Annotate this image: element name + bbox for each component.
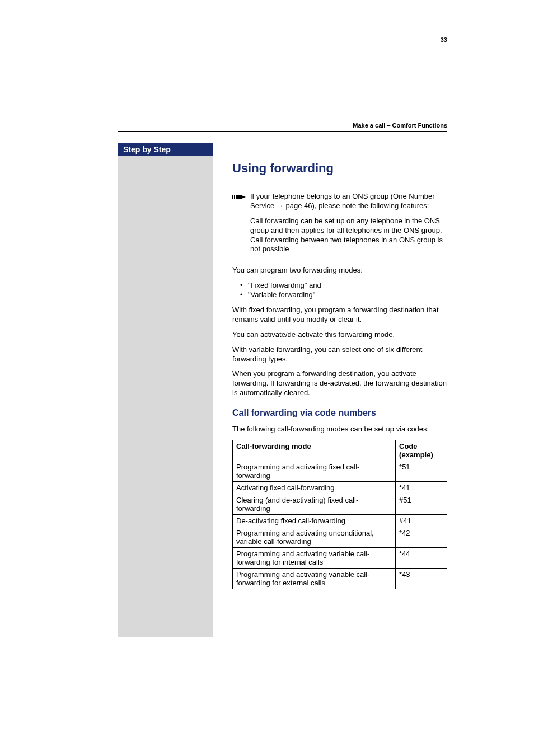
note-paragraph-2: Call forwarding can be set up on any tel…: [250, 217, 447, 255]
th-code: Code (example): [396, 440, 447, 461]
paragraph-modes-intro: You can program two forwarding modes:: [232, 266, 447, 275]
td-code: *51: [396, 461, 447, 482]
paragraph-activate: You can activate/de-activate this forwar…: [232, 330, 447, 340]
sidebar-column: [118, 143, 213, 637]
table-row: Programming and activating variable call…: [233, 569, 447, 589]
td-code: *42: [396, 527, 447, 548]
bullet-list: "Fixed forwarding" and "Variable forward…: [232, 281, 447, 300]
td-mode: Activating fixed call-forwarding: [233, 482, 396, 494]
table-row: De-activating fixed call-forwarding #41: [233, 515, 447, 527]
running-header: Make a call – Comfort Functions: [353, 122, 447, 129]
code-table: Call-forwarding mode Code (example) Prog…: [232, 440, 447, 589]
table-row: Clearing (and de-activating) fixed call-…: [233, 494, 447, 515]
sidebar-title: Step by Step: [118, 143, 213, 156]
td-code: *41: [396, 482, 447, 494]
page-container: Make a call – Comfort Functions Step by …: [0, 0, 534, 145]
td-mode: Programming and activating variable call…: [233, 569, 396, 589]
table-header-row: Call-forwarding mode Code (example): [233, 440, 447, 461]
page-title: Using forwarding: [232, 161, 447, 176]
arrow-icon: →: [277, 201, 284, 210]
svg-rect-1: [234, 195, 235, 199]
th-mode: Call-forwarding mode: [233, 440, 396, 461]
paragraph-variable: With variable forwarding, you can select…: [232, 345, 447, 364]
td-mode: Programming and activating variable call…: [233, 548, 396, 569]
td-mode: Clearing (and de-activating) fixed call-…: [233, 494, 396, 515]
paragraph-destination: When you program a forwarding destinatio…: [232, 369, 447, 398]
page-number: 33: [441, 36, 447, 43]
note-p1-b: page 46), please note the following feat…: [284, 201, 429, 210]
td-code: *44: [396, 548, 447, 569]
list-item: "Variable forwarding": [232, 290, 447, 300]
table-row: Programming and activating variable call…: [233, 548, 447, 569]
note-paragraph-1: If your telephone belongs to an ONS grou…: [250, 192, 447, 211]
list-item: "Fixed forwarding" and: [232, 281, 447, 290]
td-code: #51: [396, 494, 447, 515]
section-heading: Call forwarding via code numbers: [232, 408, 447, 418]
note-box: If your telephone belongs to an ONS grou…: [232, 187, 447, 259]
table-row: Programming and activating fixed call-fo…: [233, 461, 447, 482]
table-row: Activating fixed call-forwarding *41: [233, 482, 447, 494]
paragraph-fixed: With fixed forwarding, you program a for…: [232, 306, 447, 325]
td-code: *43: [396, 569, 447, 589]
header-rule: [118, 131, 447, 132]
table-row: Programming and activating unconditional…: [233, 527, 447, 548]
svg-rect-0: [232, 195, 233, 199]
td-mode: Programming and activating fixed call-fo…: [233, 461, 396, 482]
note-arrow-icon: [232, 193, 246, 201]
svg-marker-2: [236, 195, 246, 199]
td-mode: De-activating fixed call-forwarding: [233, 515, 396, 527]
content-area: Using forwarding If your telephone belon…: [232, 161, 447, 589]
td-code: #41: [396, 515, 447, 527]
paragraph-table-intro: The following call-forwarding modes can …: [232, 425, 447, 434]
note-content: If your telephone belongs to an ONS grou…: [250, 192, 447, 254]
td-mode: Programming and activating unconditional…: [233, 527, 396, 548]
